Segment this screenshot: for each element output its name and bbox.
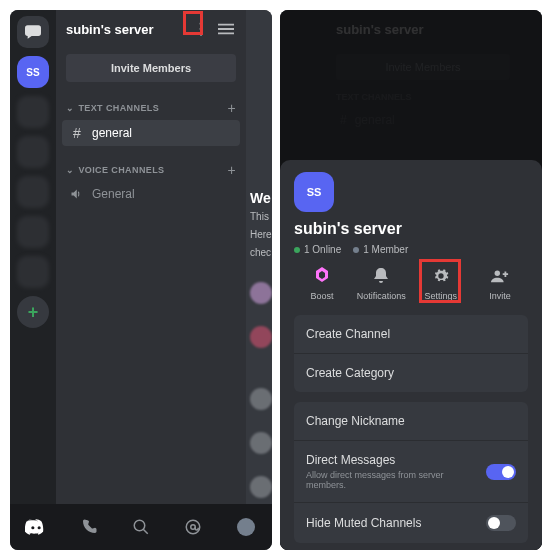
- guild-item[interactable]: [17, 96, 49, 128]
- guild-rail: SS +: [10, 10, 56, 504]
- welcome-text: Here: [250, 228, 268, 242]
- server-icon[interactable]: SS: [294, 172, 334, 212]
- avatar: [250, 282, 272, 304]
- category-label: VOICE CHANNELS: [78, 165, 164, 175]
- toggle-direct-messages[interactable]: [486, 464, 516, 480]
- channel-name: General: [92, 187, 135, 201]
- avatar: [250, 432, 272, 454]
- svg-point-6: [495, 271, 500, 276]
- phone-icon: [80, 518, 98, 536]
- invite-icon: [489, 265, 511, 287]
- nav-friends[interactable]: [77, 515, 101, 539]
- channel-list: subin's server Invite Members ⌄ TEXT CHA…: [56, 10, 246, 504]
- avatar: [250, 476, 272, 498]
- menu-create-category[interactable]: Create Category: [294, 353, 528, 392]
- server-menu-button[interactable]: [190, 18, 212, 40]
- gear-icon: [430, 265, 452, 287]
- avatar-icon: [237, 518, 255, 536]
- sheet-server-name: subin's server: [294, 220, 528, 238]
- welcome-text: This: [250, 210, 268, 224]
- nav-mentions[interactable]: [181, 515, 205, 539]
- welcome-heading: We: [250, 190, 268, 206]
- chan-bg: #general: [332, 108, 514, 132]
- invite-members-button[interactable]: Invite Members: [66, 54, 236, 82]
- member-count: 1 Member: [363, 244, 408, 255]
- svg-point-0: [200, 22, 203, 25]
- server-action-sheet: SS subin's server 1 Online 1 Member Boos…: [280, 160, 542, 550]
- quick-actions: Boost Notifications Settings Invite: [294, 265, 528, 301]
- guild-item[interactable]: [17, 216, 49, 248]
- online-dot-icon: [294, 247, 300, 253]
- chevron-down-icon: ⌄: [66, 103, 74, 113]
- server-header[interactable]: subin's server: [56, 10, 246, 48]
- action-settings[interactable]: Settings: [413, 265, 469, 301]
- action-invite[interactable]: Invite: [472, 265, 528, 301]
- nav-user[interactable]: [234, 515, 258, 539]
- direct-messages-button[interactable]: [17, 16, 49, 48]
- server-name-bg: subin's server: [336, 22, 510, 37]
- screenshot-left: SS + subin's server Invite Members: [10, 10, 272, 550]
- guild-item[interactable]: [17, 136, 49, 168]
- guild-item[interactable]: [17, 176, 49, 208]
- cat-bg: TEXT CHANNELS: [326, 86, 520, 108]
- action-label: Invite: [489, 291, 511, 301]
- action-label: Settings: [424, 291, 457, 301]
- chat-bubble-icon: [25, 25, 41, 39]
- row-sublabel: Allow direct messages from server member…: [306, 470, 486, 490]
- action-label: Boost: [310, 291, 333, 301]
- speaker-icon: [70, 188, 84, 200]
- more-vertical-icon: [199, 22, 203, 36]
- action-notifications[interactable]: Notifications: [353, 265, 409, 301]
- svg-point-3: [134, 520, 145, 531]
- category-label: TEXT CHANNELS: [78, 103, 159, 113]
- action-label: Notifications: [357, 291, 406, 301]
- chevron-down-icon: ⌄: [66, 165, 74, 175]
- guild-item[interactable]: [17, 256, 49, 288]
- nav-search[interactable]: [129, 515, 153, 539]
- menu-change-nickname[interactable]: Change Nickname: [294, 402, 528, 440]
- menu-create-channel[interactable]: Create Channel: [294, 315, 528, 353]
- server-name: subin's server: [66, 22, 190, 37]
- category-voice-channels[interactable]: ⌄ VOICE CHANNELS +: [56, 156, 246, 182]
- screenshot-right: subin's server Invite Members TEXT CHANN…: [280, 10, 542, 550]
- add-server-button[interactable]: +: [17, 296, 49, 328]
- search-icon: [132, 518, 150, 536]
- online-count: 1 Online: [304, 244, 341, 255]
- bell-icon: [370, 265, 392, 287]
- voice-channel-general[interactable]: General: [62, 182, 240, 206]
- menu-card-channels: Create Channel Create Category: [294, 315, 528, 392]
- avatar: [250, 326, 272, 348]
- presence-row: 1 Online 1 Member: [294, 244, 528, 255]
- svg-point-2: [200, 33, 203, 36]
- category-text-channels[interactable]: ⌄ TEXT CHANNELS +: [56, 94, 246, 120]
- nav-discord[interactable]: [24, 515, 48, 539]
- hash-icon: #: [70, 125, 84, 141]
- row-label: Direct Messages: [306, 453, 486, 467]
- member-dot-icon: [353, 247, 359, 253]
- add-channel-button[interactable]: +: [227, 100, 236, 116]
- text-channel-general[interactable]: # general: [62, 120, 240, 146]
- channel-name: general: [92, 126, 132, 140]
- add-channel-button[interactable]: +: [227, 162, 236, 178]
- welcome-text: chec: [250, 246, 268, 260]
- at-icon: [184, 518, 202, 536]
- toggle-hide-muted[interactable]: [486, 515, 516, 531]
- invite-bg: Invite Members: [336, 54, 510, 80]
- guild-selected[interactable]: SS: [17, 56, 49, 88]
- svg-point-4: [187, 520, 201, 534]
- svg-point-1: [200, 28, 203, 31]
- boost-icon: [311, 265, 333, 287]
- menu-card-settings: Change Nickname Direct Messages Allow di…: [294, 402, 528, 543]
- avatar: [250, 388, 272, 410]
- member-list-button[interactable]: [216, 23, 236, 35]
- menu-hide-muted[interactable]: Hide Muted Channels: [294, 502, 528, 543]
- action-boost[interactable]: Boost: [294, 265, 350, 301]
- menu-direct-messages[interactable]: Direct Messages Allow direct messages fr…: [294, 440, 528, 502]
- chat-peek: We This Here chec: [246, 10, 272, 504]
- menu-icon: [218, 23, 234, 35]
- bottom-nav: [10, 504, 272, 550]
- discord-logo-icon: [25, 519, 47, 535]
- row-label: Hide Muted Channels: [306, 516, 421, 530]
